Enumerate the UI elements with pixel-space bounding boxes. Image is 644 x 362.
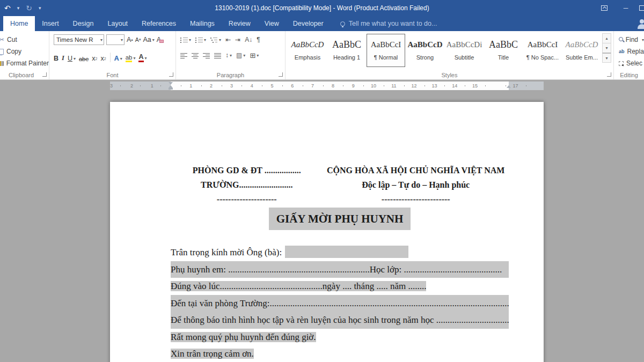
style-title[interactable]: AaBbCTitle <box>484 34 523 67</box>
horizontal-ruler[interactable]: 12312345678910111213141517 <box>110 82 544 90</box>
find-button[interactable]: Find ▾ <box>619 34 644 46</box>
styles-dialog-launcher-icon[interactable] <box>607 72 611 77</box>
styles-more-icon[interactable]: ▾ <box>602 53 611 63</box>
document-line[interactable]: Trân trọng kính mời Ông (bà): <box>171 244 509 261</box>
chevron-down-icon: ▾ <box>230 53 232 58</box>
style-strong[interactable]: AaBbCcDStrong <box>406 34 444 67</box>
show-hide-formatting-button[interactable]: ¶ <box>257 36 260 43</box>
shading-button[interactable]: ▨▾ <box>236 51 245 59</box>
cut-button[interactable]: ✂ Cut <box>0 34 49 46</box>
maximize-icon[interactable] <box>636 0 644 16</box>
grow-font-button[interactable]: A▴ <box>127 36 133 43</box>
clear-formatting-button[interactable]: A <box>157 36 161 43</box>
header-line[interactable]: --------------------- <box>171 192 323 206</box>
lightbulb-icon <box>340 21 345 26</box>
tell-me-box[interactable]: Tell me what you want to do... <box>340 16 437 31</box>
strikethrough-button[interactable]: abe <box>79 56 89 62</box>
bold-button[interactable]: B <box>54 55 58 62</box>
chevron-down-icon[interactable]: ▾ <box>17 5 20 11</box>
header-line[interactable]: CỘNG HÒA XÃ HỘI CHỦ NGHĨA VIỆT NAM <box>323 163 509 178</box>
font-dialog-launcher-icon[interactable] <box>169 72 173 77</box>
ruler-tick <box>303 85 303 86</box>
multilevel-list-button[interactable]: ▾ <box>210 37 221 43</box>
copy-button[interactable]: Copy <box>0 46 49 57</box>
justify-button[interactable] <box>214 53 221 58</box>
document-title-line[interactable]: GIẤY MỜI PHỤ HUYNH <box>171 208 509 230</box>
window-controls: ─ <box>594 0 644 16</box>
first-line-indent-marker[interactable] <box>169 82 173 85</box>
numbering-button[interactable]: ▾ <box>195 37 206 43</box>
font-name-select[interactable]: Times New R ▾ <box>54 34 104 45</box>
tab-developer[interactable]: Developer <box>286 16 331 31</box>
text-highlight-button[interactable]: ab▾ <box>126 54 136 62</box>
minimize-icon[interactable]: ─ <box>615 0 636 16</box>
document-line[interactable]: Phụ huynh em: ..........................… <box>171 261 509 278</box>
chevron-down-icon: ▾ <box>257 53 259 58</box>
title-bar: ↶ ▾ ↻ ▾ 13100-2019 (1).doc [Compatibilit… <box>0 0 644 16</box>
select-button[interactable]: Selec <box>619 57 644 69</box>
align-right-button[interactable] <box>203 53 210 58</box>
underline-button[interactable]: U▾ <box>68 55 76 62</box>
header-line[interactable]: Độc lập – Tự do – Hạnh phúc <box>323 178 509 192</box>
style-heading1[interactable]: AaBbCHeading 1 <box>327 34 366 67</box>
styles-scroll-down-icon[interactable]: ▾ <box>602 43 611 53</box>
document-line[interactable]: Để thông báo tình hình học tập và rèn lu… <box>171 312 509 329</box>
document-line[interactable]: Rất mong quý phụ huynh đến đúng giờ. <box>171 329 509 346</box>
tab-home[interactable]: Home <box>3 16 35 31</box>
tab-review[interactable]: Review <box>222 16 258 31</box>
document-line[interactable]: Đến tại văn phòng Trường:...............… <box>171 295 509 312</box>
redo-icon[interactable]: ↻ <box>26 4 32 12</box>
sort-button[interactable]: A↓ <box>245 36 252 43</box>
header-line[interactable]: PHÒNG GD & ĐT ................. <box>171 163 323 178</box>
left-indent-marker[interactable] <box>169 88 173 90</box>
style-normal[interactable]: AaBbCcI¶ Normal <box>367 34 405 67</box>
paragraph-dialog-launcher-icon[interactable] <box>279 72 283 77</box>
document-line[interactable]: Xin trân trọng cảm ơn. <box>171 345 509 362</box>
align-center-button[interactable] <box>192 53 199 58</box>
replace-button[interactable]: ab Repla <box>619 46 644 57</box>
superscript-button[interactable]: x2 <box>100 55 106 62</box>
increase-indent-button[interactable]: ⇥ <box>235 36 240 43</box>
style-preview: AaBbC <box>485 38 522 51</box>
ruler-tick <box>201 85 202 86</box>
text-effects-button[interactable]: A▾ <box>114 55 122 62</box>
header-line[interactable]: ------------------------ <box>323 192 509 206</box>
font-size-select[interactable]: ▾ <box>106 34 125 45</box>
tab-view[interactable]: View <box>258 16 286 31</box>
right-indent-marker[interactable] <box>507 85 511 88</box>
line-text: Đúng vào lúc............................… <box>171 281 426 291</box>
format-painter-button[interactable]: Format Painter <box>0 57 49 69</box>
style-subtitle[interactable]: AaBbCcDiSubtitle <box>445 34 484 67</box>
line-spacing-button[interactable]: ↕▾ <box>225 51 232 59</box>
header-line[interactable]: TRƯỜNG......................... <box>171 178 323 192</box>
tab-mailings[interactable]: Mailings <box>183 16 222 31</box>
align-center-icon <box>192 53 199 58</box>
style-nospacing[interactable]: AaBbCcI¶ No Spac... <box>523 34 562 67</box>
document-line[interactable]: Đúng vào lúc............................… <box>171 278 509 295</box>
customize-quick-access-icon[interactable]: ▾ <box>39 5 41 11</box>
style-subtleem[interactable]: AaBbCcDSubtle Em... <box>562 34 601 67</box>
tab-insert[interactable]: Insert <box>35 16 65 31</box>
tab-references[interactable]: References <box>135 16 183 31</box>
bullets-button[interactable]: ▾ <box>180 37 191 43</box>
subscript-button[interactable]: x2 <box>92 55 97 62</box>
font-color-button[interactable]: A▾ <box>138 54 147 62</box>
shrink-font-button[interactable]: A▾ <box>135 36 141 43</box>
italic-button[interactable]: I <box>62 54 64 62</box>
ribbon-display-options-icon[interactable] <box>594 0 615 16</box>
styles-scroll-up-icon[interactable]: ▴ <box>602 33 611 43</box>
account-icon[interactable] <box>637 19 644 29</box>
chevron-down-icon: ▾ <box>120 56 122 61</box>
ruler-number: 8 <box>332 82 334 90</box>
document-page[interactable]: PHÒNG GD & ĐT .................TRƯỜNG...… <box>110 102 544 362</box>
style-emphasis[interactable]: AaBbCcDEmphasis <box>288 34 327 67</box>
undo-icon[interactable]: ↶ <box>4 4 11 12</box>
clipboard-dialog-launcher-icon[interactable] <box>42 72 47 77</box>
tab-layout[interactable]: Layout <box>101 16 135 31</box>
chevron-down-icon: ▾ <box>74 56 76 61</box>
borders-button[interactable]: ⊞▾ <box>250 51 259 60</box>
align-left-button[interactable] <box>180 53 187 58</box>
tab-design[interactable]: Design <box>66 16 101 31</box>
decrease-indent-button[interactable]: ⇤ <box>225 36 231 43</box>
change-case-button[interactable]: Aa▾ <box>143 36 154 43</box>
